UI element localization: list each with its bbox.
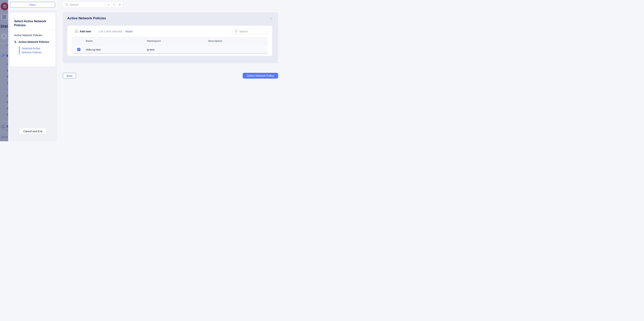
sidebar-divider: [0, 121, 8, 122]
table-row[interactable]: vk8s-np-test tp-test: [72, 45, 268, 54]
nav-section-item[interactable]: Active Network Policies: [14, 34, 51, 37]
column-header-namespace: Namespace: [142, 40, 204, 42]
find-previous-button[interactable]: [106, 2, 112, 7]
nav-current-label: Active Network Policies: [18, 40, 49, 43]
page-title-fragment: Dist: [0, 24, 8, 29]
wrench-icon: [1, 54, 5, 58]
policies-table: Name Namespace Description vk8s-np-test …: [72, 37, 268, 54]
sidebar-item-active[interactable]: v: [7, 88, 8, 91]
sidebar-advanced-toggle[interactable]: Advan: [1, 135, 8, 138]
section-title: Active Network Policies: [67, 16, 106, 20]
plus-circle-icon: [75, 30, 78, 33]
sidebar-divider: [0, 50, 8, 50]
add-new-label: Add new: [80, 30, 91, 33]
sidebar-item[interactable]: S: [7, 113, 8, 116]
search-icon: [65, 3, 68, 6]
grid-dots-icon: [2, 15, 6, 18]
form-wizard-panel: Form Select Active Network Policies Acti…: [8, 0, 57, 141]
page-find-bar: [63, 2, 122, 8]
table-search-input[interactable]: [239, 30, 268, 33]
form-nav-title: Select Active Network Policies: [14, 19, 51, 27]
close-find-button[interactable]: [117, 2, 122, 7]
find-next-button[interactable]: [112, 2, 117, 7]
nav-sub-item-link[interactable]: Selected Active Network Policies: [19, 46, 43, 54]
nested-arrow-icon: [14, 40, 16, 44]
row-name: vk8s-np-test: [82, 48, 142, 51]
form-nav-card: Select Active Network Policies Active Ne…: [10, 13, 56, 66]
add-new-button[interactable]: Add new: [75, 28, 91, 34]
form-panel-header: Form: [8, 0, 57, 10]
selection-status-text: 1 of 1 item selected: [98, 30, 122, 33]
sidebar-nav: f5 S Dist T H M L V A S v R S A S N: [0, 0, 8, 141]
search-divider: [105, 3, 105, 6]
f5-logo-text: f5: [3, 4, 6, 9]
sidebar-item[interactable]: A: [7, 107, 8, 110]
page-search-input[interactable]: [70, 3, 105, 6]
f5-logo: f5: [1, 2, 8, 10]
app-switcher-button[interactable]: S: [1, 14, 8, 20]
avatar-letter: T: [3, 35, 5, 38]
bell-icon: [1, 125, 5, 129]
select-network-policy-button[interactable]: Select Network Policy: [243, 73, 278, 78]
horizontal-scrollbar[interactable]: [73, 53, 268, 54]
reset-link[interactable]: Reset: [126, 30, 132, 33]
selection-status: 1 of 1 item selected - Reset: [98, 28, 132, 34]
sidebar-alerts-fragment: A: [7, 129, 8, 132]
sidebar-item[interactable]: A: [7, 75, 8, 78]
table-toolbar: Add new 1 of 1 item selected - Reset: [67, 28, 272, 34]
status-separator: -: [123, 30, 124, 33]
main-content: Active Network Policies Add new 1 of 1 i…: [57, 0, 283, 141]
sidebar-item-home[interactable]: H: [7, 44, 8, 47]
row-namespace: tp-test: [142, 48, 204, 51]
sidebar-item[interactable]: S: [7, 82, 8, 85]
column-header-name: Name: [82, 40, 142, 42]
sidebar-divider: [0, 132, 8, 132]
cancel-and-exit-button[interactable]: Cancel and Exit: [19, 128, 46, 134]
sidebar-item[interactable]: V: [7, 69, 8, 72]
column-header-description: Description: [204, 40, 268, 42]
tenant-avatar[interactable]: T: [1, 33, 7, 40]
sidebar-divider: [0, 43, 8, 44]
collapse-section-button[interactable]: [269, 16, 273, 20]
app-window: f5 S Dist T H M L V A S v R S A S N: [0, 0, 283, 141]
back-button[interactable]: Back: [63, 73, 76, 78]
sidebar-item-manage[interactable]: M: [6, 54, 8, 58]
policy-selector-card: Add new 1 of 1 item selected - Reset: [67, 26, 272, 56]
active-network-policies-section: Active Network Policies Add new 1 of 1 i…: [63, 12, 278, 63]
search-icon: [235, 30, 238, 33]
sidebar-item-notifications[interactable]: N: [6, 125, 8, 128]
sidebar-item[interactable]: S: [7, 100, 8, 104]
row-checkbox[interactable]: [77, 48, 80, 51]
sidebar-item[interactable]: L: [7, 62, 8, 66]
nav-current-item[interactable]: Active Network Policies: [14, 40, 51, 44]
table-search-box: [232, 28, 268, 34]
table-header-row: Name Namespace Description: [72, 37, 268, 45]
form-tab[interactable]: Form: [10, 2, 55, 8]
sidebar-item[interactable]: R: [7, 94, 8, 98]
